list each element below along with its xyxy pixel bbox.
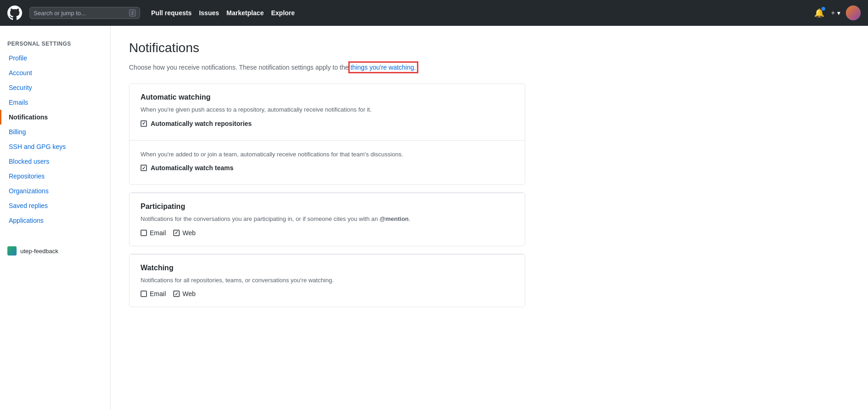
plus-icon: ＋ [830,9,836,17]
create-new-button[interactable]: ＋ ▾ [830,9,840,17]
auto-watch-repos-label[interactable]: Automatically watch repositories [151,120,252,127]
sidebar: Personal settings Profile Account Securi… [0,26,111,410]
sidebar-item-applications[interactable]: Applications [0,213,110,228]
sidebar-item-billing[interactable]: Billing [0,125,110,139]
auto-watch-repos-desc: When you're given push access to a repos… [141,105,514,114]
sidebar-item-organizations[interactable]: Organizations [0,184,110,198]
page-wrapper: Personal settings Profile Account Securi… [0,26,868,410]
watching-email-checkbox[interactable] [141,291,147,297]
participating-section: Participating Notifications for the conv… [129,192,525,246]
things-watching-link[interactable]: things you're watching. [351,64,416,71]
sidebar-item-emails[interactable]: Emails [0,95,110,110]
sidebar-item-ssh-gpg-keys[interactable]: SSH and GPG keys [0,139,110,154]
automatic-watching-title: Automatic watching [141,93,514,101]
participating-inner: Participating Notifications for the conv… [129,193,525,246]
auto-watch-repos-subsection: Automatic watching When you're given pus… [129,84,525,140]
avatar-image [846,6,861,20]
page-description: Choose how you receive notifications. Th… [129,63,850,72]
auto-watch-repos-checkbox[interactable] [141,120,147,127]
auto-watch-teams-desc: When you're added to or join a team, aut… [141,150,514,159]
sidebar-user-avatar [7,246,17,256]
search-placeholder-text: Search or jump to... [34,10,86,17]
auto-watch-teams-label[interactable]: Automatically watch teams [151,164,234,172]
automatic-watching-section: Automatic watching When you're given pus… [129,83,525,185]
auto-watch-teams-subsection: When you're added to or join a team, aut… [129,141,525,185]
main-content: Notifications Choose how you receive not… [111,26,868,410]
watching-options-row: Email Web [141,290,514,297]
sidebar-item-repositories[interactable]: Repositories [0,169,110,184]
auto-watch-repos-row: Automatically watch repositories [141,120,514,127]
participating-desc: Notifications for the conversations you … [141,214,514,224]
nav-explore[interactable]: Explore [271,9,294,17]
participating-title: Participating [141,202,514,211]
participating-web-label: Web [182,229,196,237]
participating-options-row: Email Web [141,229,514,237]
search-bar[interactable]: Search or jump to... / [29,7,140,19]
chevron-down-icon: ▾ [837,9,840,17]
auto-watch-teams-row: Automatically watch teams [141,164,514,172]
sidebar-item-notifications[interactable]: Notifications [0,110,110,125]
watching-title: Watching [141,264,514,272]
watching-email-option[interactable]: Email [141,290,166,297]
github-logo[interactable] [7,6,22,20]
nav-marketplace[interactable]: Marketplace [227,9,264,17]
nav-pull-requests[interactable]: Pull requests [151,9,192,17]
watching-email-label: Email [150,290,166,297]
watching-web-label: Web [182,290,196,297]
participating-email-checkbox[interactable] [141,230,147,236]
sidebar-user-section: utep-feedback [0,243,110,259]
sidebar-item-profile[interactable]: Profile [0,51,110,65]
watching-section: Watching Notifications for all repositor… [129,254,525,308]
watching-web-option[interactable]: Web [173,290,196,297]
page-title: Notifications [129,41,850,55]
watching-desc: Notifications for all repositories, team… [141,276,514,285]
participating-email-label: Email [150,229,166,237]
watching-web-checkbox[interactable] [173,291,180,297]
main-nav: Pull requests Issues Marketplace Explore [151,9,295,17]
auto-watch-teams-checkbox[interactable] [141,165,147,171]
notification-dot [821,7,825,11]
notifications-bell[interactable]: 🔔 [814,8,824,18]
participating-email-option[interactable]: Email [141,229,166,237]
navbar-right: 🔔 ＋ ▾ [814,6,861,20]
sidebar-item-blocked-users[interactable]: Blocked users [0,154,110,169]
watching-inner: Watching Notifications for all repositor… [129,254,525,307]
slash-shortcut: / [129,9,136,17]
sidebar-item-account[interactable]: Account [0,65,110,80]
sidebar-item-security[interactable]: Security [0,80,110,95]
participating-web-checkbox[interactable] [173,230,180,236]
sidebar-heading: Personal settings [0,37,110,51]
participating-web-option[interactable]: Web [173,229,196,237]
sidebar-username: utep-feedback [20,248,58,255]
mention-text: @mention [380,215,409,222]
nav-issues[interactable]: Issues [199,9,219,17]
description-before-text: Choose how you receive notifications. Th… [129,64,351,71]
sidebar-item-saved-replies[interactable]: Saved replies [0,198,110,213]
user-avatar[interactable] [846,6,861,20]
navbar: Search or jump to... / Pull requests Iss… [0,0,868,26]
